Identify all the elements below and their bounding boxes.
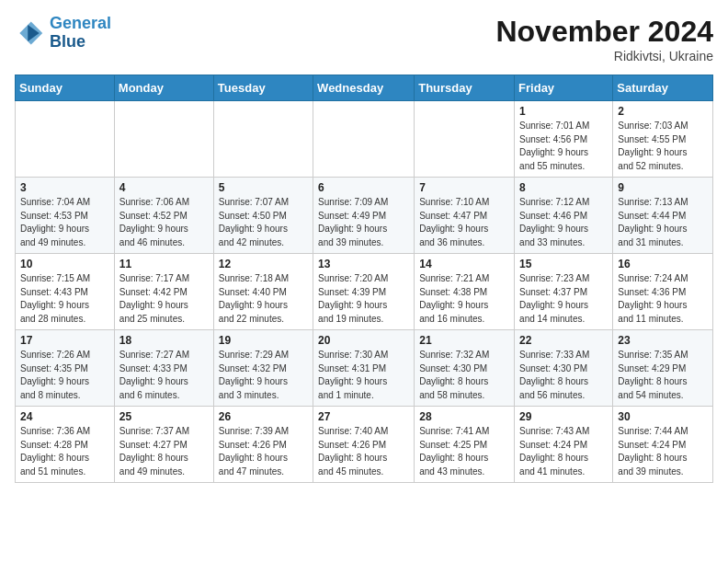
day-detail: Sunrise: 7:41 AM Sunset: 4:25 PM Dayligh… (419, 425, 509, 478)
col-header-sunday: Sunday (16, 75, 115, 101)
day-cell: 12Sunrise: 7:18 AM Sunset: 4:40 PM Dayli… (213, 254, 313, 330)
col-header-saturday: Saturday (613, 75, 713, 101)
day-number: 24 (20, 410, 109, 423)
page-header: GeneralBlue November 2024 Ridkivtsi, Ukr… (15, 15, 713, 63)
day-cell: 5Sunrise: 7:07 AM Sunset: 4:50 PM Daylig… (213, 178, 313, 254)
day-cell: 7Sunrise: 7:10 AM Sunset: 4:47 PM Daylig… (415, 178, 515, 254)
day-detail: Sunrise: 7:07 AM Sunset: 4:50 PM Dayligh… (219, 196, 308, 249)
day-number: 16 (618, 258, 708, 270)
day-detail: Sunrise: 7:17 AM Sunset: 4:42 PM Dayligh… (119, 272, 209, 326)
day-cell: 26Sunrise: 7:39 AM Sunset: 4:26 PM Dayli… (213, 407, 313, 483)
day-number: 11 (119, 258, 209, 270)
day-cell: 23Sunrise: 7:35 AM Sunset: 4:29 PM Dayli… (613, 330, 713, 407)
day-detail: Sunrise: 7:43 AM Sunset: 4:24 PM Dayligh… (519, 425, 608, 478)
col-header-wednesday: Wednesday (313, 75, 415, 101)
day-detail: Sunrise: 7:09 AM Sunset: 4:49 PM Dayligh… (318, 196, 409, 249)
location: Ridkivtsi, Ukraine (495, 49, 713, 63)
day-detail: Sunrise: 7:36 AM Sunset: 4:28 PM Dayligh… (20, 425, 109, 478)
day-detail: Sunrise: 7:44 AM Sunset: 4:24 PM Dayligh… (618, 425, 708, 478)
day-cell: 16Sunrise: 7:24 AM Sunset: 4:36 PM Dayli… (613, 254, 713, 330)
day-detail: Sunrise: 7:06 AM Sunset: 4:52 PM Dayligh… (119, 196, 209, 249)
day-cell (213, 101, 313, 178)
day-detail: Sunrise: 7:33 AM Sunset: 4:30 PM Dayligh… (519, 349, 608, 402)
day-cell: 8Sunrise: 7:12 AM Sunset: 4:46 PM Daylig… (515, 178, 613, 254)
day-number: 7 (419, 181, 509, 194)
day-cell: 30Sunrise: 7:44 AM Sunset: 4:24 PM Dayli… (613, 407, 713, 483)
logo-icon (15, 18, 44, 48)
day-number: 3 (20, 181, 109, 194)
day-number: 22 (519, 334, 608, 347)
col-header-friday: Friday (515, 75, 613, 101)
day-detail: Sunrise: 7:04 AM Sunset: 4:53 PM Dayligh… (20, 196, 109, 249)
day-cell: 15Sunrise: 7:23 AM Sunset: 4:37 PM Dayli… (515, 254, 613, 330)
day-number: 27 (318, 410, 409, 423)
day-number: 25 (119, 410, 209, 423)
day-cell: 22Sunrise: 7:33 AM Sunset: 4:30 PM Dayli… (515, 330, 613, 407)
day-detail: Sunrise: 7:01 AM Sunset: 4:56 PM Dayligh… (519, 120, 608, 173)
day-cell: 27Sunrise: 7:40 AM Sunset: 4:26 PM Dayli… (313, 407, 415, 483)
day-detail: Sunrise: 7:10 AM Sunset: 4:47 PM Dayligh… (419, 196, 509, 249)
day-detail: Sunrise: 7:26 AM Sunset: 4:35 PM Dayligh… (20, 349, 109, 402)
day-cell: 28Sunrise: 7:41 AM Sunset: 4:25 PM Dayli… (415, 407, 515, 483)
day-detail: Sunrise: 7:29 AM Sunset: 4:32 PM Dayligh… (219, 349, 308, 402)
day-number: 17 (20, 334, 109, 347)
day-cell (415, 101, 515, 178)
day-cell (114, 101, 213, 178)
logo-text: GeneralBlue (50, 15, 111, 52)
day-detail: Sunrise: 7:15 AM Sunset: 4:43 PM Dayligh… (20, 272, 109, 326)
day-detail: Sunrise: 7:30 AM Sunset: 4:31 PM Dayligh… (318, 349, 409, 402)
day-detail: Sunrise: 7:23 AM Sunset: 4:37 PM Dayligh… (519, 272, 608, 326)
day-detail: Sunrise: 7:13 AM Sunset: 4:44 PM Dayligh… (618, 196, 708, 249)
day-number: 20 (318, 334, 409, 347)
day-number: 21 (419, 334, 509, 347)
logo: GeneralBlue (15, 15, 111, 52)
day-number: 29 (519, 410, 608, 423)
day-number: 19 (219, 334, 308, 347)
day-detail: Sunrise: 7:40 AM Sunset: 4:26 PM Dayligh… (318, 425, 409, 478)
week-row-3: 10Sunrise: 7:15 AM Sunset: 4:43 PM Dayli… (16, 254, 713, 330)
day-detail: Sunrise: 7:12 AM Sunset: 4:46 PM Dayligh… (519, 196, 608, 249)
week-row-1: 1Sunrise: 7:01 AM Sunset: 4:56 PM Daylig… (16, 101, 713, 178)
day-cell: 21Sunrise: 7:32 AM Sunset: 4:30 PM Dayli… (415, 330, 515, 407)
day-cell: 10Sunrise: 7:15 AM Sunset: 4:43 PM Dayli… (16, 254, 115, 330)
day-cell: 4Sunrise: 7:06 AM Sunset: 4:52 PM Daylig… (114, 178, 213, 254)
day-detail: Sunrise: 7:24 AM Sunset: 4:36 PM Dayligh… (618, 272, 708, 326)
calendar-table: SundayMondayTuesdayWednesdayThursdayFrid… (15, 75, 713, 483)
day-cell (16, 101, 115, 178)
week-row-2: 3Sunrise: 7:04 AM Sunset: 4:53 PM Daylig… (16, 178, 713, 254)
day-number: 6 (318, 181, 409, 194)
day-number: 1 (519, 105, 608, 118)
day-number: 30 (618, 410, 708, 423)
day-cell: 25Sunrise: 7:37 AM Sunset: 4:27 PM Dayli… (114, 407, 213, 483)
day-number: 23 (618, 334, 708, 347)
title-block: November 2024 Ridkivtsi, Ukraine (495, 15, 713, 63)
day-number: 5 (219, 181, 308, 194)
day-cell: 29Sunrise: 7:43 AM Sunset: 4:24 PM Dayli… (515, 407, 613, 483)
day-detail: Sunrise: 7:35 AM Sunset: 4:29 PM Dayligh… (618, 349, 708, 402)
day-cell (313, 101, 415, 178)
month-title: November 2024 (495, 15, 713, 49)
week-row-4: 17Sunrise: 7:26 AM Sunset: 4:35 PM Dayli… (16, 330, 713, 407)
day-number: 4 (119, 181, 209, 194)
day-detail: Sunrise: 7:37 AM Sunset: 4:27 PM Dayligh… (119, 425, 209, 478)
day-cell: 14Sunrise: 7:21 AM Sunset: 4:38 PM Dayli… (415, 254, 515, 330)
week-row-5: 24Sunrise: 7:36 AM Sunset: 4:28 PM Dayli… (16, 407, 713, 483)
col-header-tuesday: Tuesday (213, 75, 313, 101)
day-cell: 3Sunrise: 7:04 AM Sunset: 4:53 PM Daylig… (16, 178, 115, 254)
day-detail: Sunrise: 7:18 AM Sunset: 4:40 PM Dayligh… (219, 272, 308, 326)
day-number: 9 (618, 181, 708, 194)
day-cell: 20Sunrise: 7:30 AM Sunset: 4:31 PM Dayli… (313, 330, 415, 407)
day-cell: 17Sunrise: 7:26 AM Sunset: 4:35 PM Dayli… (16, 330, 115, 407)
day-cell: 24Sunrise: 7:36 AM Sunset: 4:28 PM Dayli… (16, 407, 115, 483)
day-cell: 18Sunrise: 7:27 AM Sunset: 4:33 PM Dayli… (114, 330, 213, 407)
day-detail: Sunrise: 7:32 AM Sunset: 4:30 PM Dayligh… (419, 349, 509, 402)
day-detail: Sunrise: 7:27 AM Sunset: 4:33 PM Dayligh… (119, 349, 209, 402)
day-cell: 13Sunrise: 7:20 AM Sunset: 4:39 PM Dayli… (313, 254, 415, 330)
day-number: 18 (119, 334, 209, 347)
day-number: 26 (219, 410, 308, 423)
day-cell: 6Sunrise: 7:09 AM Sunset: 4:49 PM Daylig… (313, 178, 415, 254)
day-detail: Sunrise: 7:39 AM Sunset: 4:26 PM Dayligh… (219, 425, 308, 478)
day-cell: 1Sunrise: 7:01 AM Sunset: 4:56 PM Daylig… (515, 101, 613, 178)
day-number: 10 (20, 258, 109, 270)
day-number: 13 (318, 258, 409, 270)
